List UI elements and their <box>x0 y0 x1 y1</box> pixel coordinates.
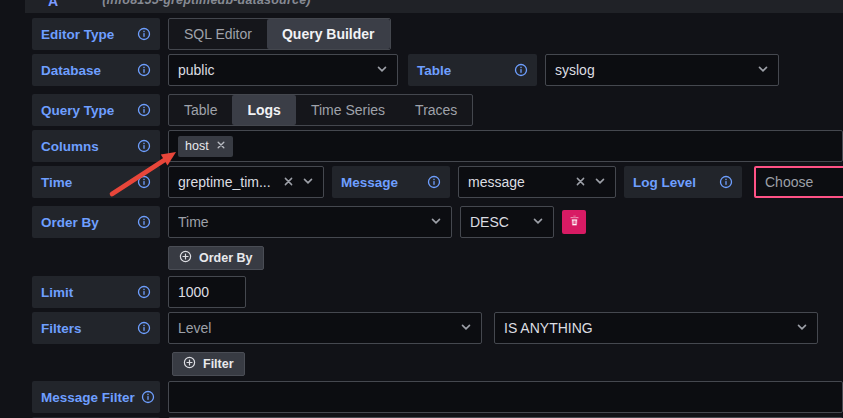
filter-operator-value: IS ANYTHING <box>504 320 788 336</box>
plus-circle-icon <box>179 250 192 266</box>
order-by-row: Order By Time DESC <box>32 206 843 238</box>
log-level-select[interactable]: Choose <box>754 166 843 198</box>
time-column-select[interactable]: greptime_tim... <box>168 166 324 198</box>
editor-type-label-text: Editor Type <box>41 27 114 42</box>
message-label: Message <box>332 166 450 198</box>
info-icon[interactable] <box>137 215 151 229</box>
radio-query-builder[interactable]: Query Builder <box>267 19 390 49</box>
info-icon[interactable] <box>137 175 151 189</box>
message-filter-input[interactable] <box>168 381 843 413</box>
plus-circle-icon <box>183 356 196 372</box>
chevron-down-icon <box>430 214 442 230</box>
radio-sql-editor[interactable]: SQL Editor <box>169 19 267 49</box>
info-icon[interactable] <box>514 63 528 77</box>
database-label-text: Database <box>41 63 101 78</box>
database-select-value: public <box>178 62 368 78</box>
radio-logs[interactable]: Logs <box>232 95 295 125</box>
editor-type-radio-group: SQL Editor Query Builder <box>168 18 391 50</box>
datasource-label: (info8155-greptimedb-datasource) <box>102 0 311 7</box>
message-filter-label: Message Filter <box>32 381 160 413</box>
add-filter-button[interactable]: Filter <box>172 352 245 376</box>
add-order-by-button-label: Order By <box>199 251 253 265</box>
info-icon[interactable] <box>719 175 733 189</box>
close-icon[interactable] <box>575 174 586 190</box>
info-icon[interactable] <box>137 285 151 299</box>
table-select[interactable]: syslog <box>545 54 779 86</box>
chevron-down-icon <box>796 320 808 336</box>
info-icon[interactable] <box>137 321 151 335</box>
order-by-label-text: Order By <box>41 215 99 230</box>
add-order-by-button[interactable]: Order By <box>168 246 264 270</box>
chevron-down-icon <box>302 174 314 190</box>
query-type-row: Query Type Table Logs Time Series Traces <box>32 94 843 126</box>
table-label: Table <box>408 54 537 86</box>
radio-traces[interactable]: Traces <box>400 95 472 125</box>
info-icon[interactable] <box>137 63 151 77</box>
columns-row: Columns host <box>32 130 843 162</box>
filters-label: Filters <box>32 312 160 344</box>
order-by-direction-value: DESC <box>470 214 524 230</box>
query-type-label-text: Query Type <box>41 103 114 118</box>
add-order-by-row: Order By <box>32 246 843 270</box>
close-icon[interactable] <box>283 174 294 190</box>
log-level-label: Log Level <box>624 166 742 198</box>
limit-input[interactable] <box>168 276 246 308</box>
info-icon[interactable] <box>141 390 155 404</box>
add-filter-button-label: Filter <box>203 357 234 371</box>
time-label-text: Time <box>41 175 72 190</box>
time-column-value: greptime_tim... <box>178 174 275 190</box>
column-tag-host: host <box>178 136 233 157</box>
chevron-down-icon <box>532 214 544 230</box>
limit-label: Limit <box>32 276 160 308</box>
info-icon[interactable] <box>137 139 151 153</box>
filters-row: Filters Level IS ANYTHING <box>32 312 843 344</box>
radio-table[interactable]: Table <box>169 95 232 125</box>
order-by-field-select[interactable]: Time <box>168 206 452 238</box>
info-icon[interactable] <box>427 175 441 189</box>
query-row-header[interactable]: A (info8155-greptimedb-datasource) <box>25 0 843 13</box>
query-type-label: Query Type <box>32 94 160 126</box>
database-label: Database <box>32 54 160 86</box>
filters-label-text: Filters <box>41 321 82 336</box>
greptimedb-query-editor: A (info8155-greptimedb-datasource) Edito… <box>0 0 843 418</box>
limit-row: Limit <box>32 276 843 308</box>
message-column-select[interactable]: message <box>458 166 616 198</box>
info-icon[interactable] <box>137 103 151 117</box>
trash-icon <box>568 214 581 230</box>
column-tag-label: host <box>185 139 209 153</box>
message-filter-label-text: Message Filter <box>41 390 135 405</box>
log-level-placeholder: Choose <box>765 174 843 190</box>
database-select[interactable]: public <box>168 54 398 86</box>
chevron-down-icon <box>376 62 388 78</box>
time-message-loglevel-row: Time greptime_tim... Message <box>32 166 843 198</box>
limit-label-text: Limit <box>41 285 73 300</box>
query-type-radio-group: Table Logs Time Series Traces <box>168 94 473 126</box>
filter-operator-select[interactable]: IS ANYTHING <box>494 312 818 344</box>
radio-time-series[interactable]: Time Series <box>296 95 400 125</box>
query-ref-label: A <box>48 0 58 9</box>
filter-field-value: Level <box>178 320 452 336</box>
query-row-header-inner: A (info8155-greptimedb-datasource) <box>25 0 843 9</box>
order-by-label: Order By <box>32 206 160 238</box>
message-column-value: message <box>468 174 567 190</box>
close-icon[interactable] <box>216 139 226 153</box>
table-label-text: Table <box>417 63 451 78</box>
time-label: Time <box>32 166 160 198</box>
columns-multiselect[interactable]: host <box>168 130 843 162</box>
order-by-field-value: Time <box>178 214 422 230</box>
editor-type-row: Editor Type SQL Editor Query Builder <box>32 18 843 50</box>
chevron-down-icon <box>594 174 606 190</box>
chevron-down-icon <box>460 320 472 336</box>
message-filter-row: Message Filter <box>32 381 843 413</box>
columns-label-text: Columns <box>41 139 99 154</box>
database-table-row: Database public Table syslog <box>32 54 843 86</box>
add-filter-row: Filter <box>32 352 843 376</box>
table-select-value: syslog <box>555 62 749 78</box>
columns-label: Columns <box>32 130 160 162</box>
order-by-direction-select[interactable]: DESC <box>460 206 554 238</box>
info-icon[interactable] <box>137 27 151 41</box>
message-label-text: Message <box>341 175 398 190</box>
remove-order-by-button[interactable] <box>562 210 586 234</box>
filter-field-select[interactable]: Level <box>168 312 482 344</box>
log-level-label-text: Log Level <box>633 175 696 190</box>
